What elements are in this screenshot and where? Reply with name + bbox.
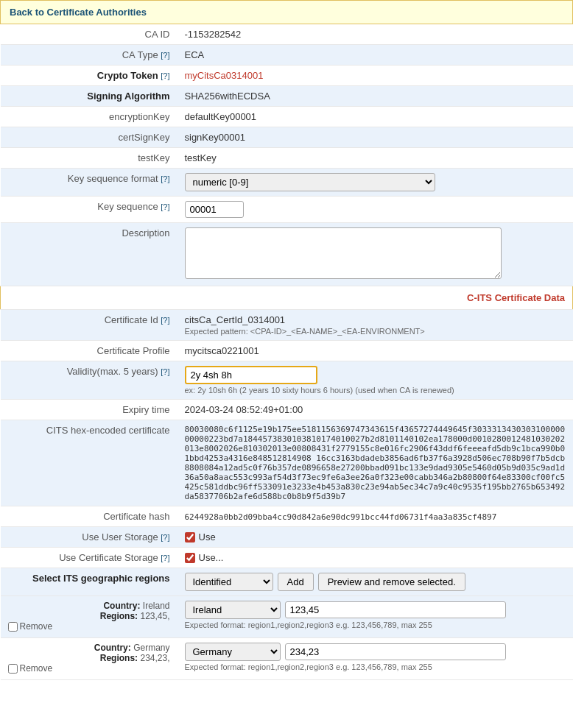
validity-label: Validity(max. 5 years) [?] <box>1 361 177 400</box>
use-cert-storage-label: Use Certificate Storage [?] <box>1 548 177 568</box>
cert-id-text: citsCa_CertId_0314001 <box>185 314 566 325</box>
cert-profile-label: Certificate Profile <box>1 341 177 361</box>
key-seq-format-select[interactable]: numeric [0-9] alpha [a-z] alphanumeric <box>185 173 435 191</box>
key-seq-format-label: Key sequence format [?] <box>1 169 177 197</box>
ireland-label: Country: Ireland Regions: 123,45, Remove <box>1 596 177 638</box>
geo-dropdown[interactable]: Identified Rectangular Circular Polygona… <box>185 573 273 591</box>
cert-hash-text: 6244928a0bb2d09bba4cc90d842a6e90dc991bcc… <box>185 512 497 522</box>
germany-country-label: Country: Germany Regions: 234,23, Remove <box>8 643 170 674</box>
preview-geo-button[interactable]: Preview and remove selected. <box>318 573 465 591</box>
validity-input[interactable] <box>185 366 317 384</box>
description-label: Description <box>1 223 177 286</box>
key-seq-help[interactable]: [?] <box>161 202 169 211</box>
geo-regions-label: Select ITS geographic regions <box>1 568 177 596</box>
hex-cert-label: CITS hex-encoded certificate <box>1 420 177 506</box>
cert-hash-value: 6244928a0bb2d09bba4cc90d842a6e90dc991bcc… <box>177 506 573 527</box>
cert-id-hint: Expected pattern: <CPA-ID>_<EA-NAME>_<EA… <box>185 327 566 336</box>
use-cert-storage-row: Use Certificate Storage [?] Use... <box>1 548 573 568</box>
use-cert-storage-text: Use... <box>199 552 224 563</box>
back-to-ca-link[interactable]: Back to Certificate Authorities <box>10 7 147 18</box>
key-seq-label: Key sequence [?] <box>1 197 177 223</box>
germany-country-select[interactable]: Ireland Germany France <box>185 643 281 661</box>
ireland-region-input[interactable] <box>285 601 506 618</box>
validity-hint: ex: 2y 10sh 6h (2 years 10 sixty hours 6… <box>185 386 566 395</box>
key-seq-row: Key sequence [?] <box>1 197 573 223</box>
key-seq-format-help[interactable]: [?] <box>161 174 169 183</box>
use-cert-storage-checkbox[interactable] <box>185 553 195 563</box>
crypto-token-value: myCitsCa0314001 <box>177 66 573 86</box>
crypto-token-link[interactable]: myCitsCa0314001 <box>185 70 264 81</box>
use-user-storage-value: Use <box>177 527 573 548</box>
ca-type-row: CA Type [?] ECA <box>1 45 573 66</box>
use-user-storage-help[interactable]: [?] <box>161 533 169 542</box>
add-geo-button[interactable]: Add <box>278 573 314 591</box>
use-user-storage-checkbox[interactable] <box>185 532 195 543</box>
cert-profile-value: mycitsca0221001 <box>177 341 573 361</box>
ireland-hint: Expected format: region1,region2,region3… <box>185 621 566 629</box>
ca-id-label: CA ID <box>1 24 177 45</box>
ireland-country-label: Country: Ireland Regions: 123,45, Remove <box>8 601 170 632</box>
signing-algorithm-label: Signing Algorithm <box>1 86 177 107</box>
germany-label: Country: Germany Regions: 234,23, Remove <box>1 638 177 680</box>
ireland-remove-label: Remove <box>20 621 53 632</box>
expiry-time-row: Expiry time 2024-03-24 08:52:49+01:00 <box>1 400 573 420</box>
crypto-token-help[interactable]: [?] <box>161 71 169 80</box>
use-cert-storage-checkbox-row: Use... <box>185 552 566 563</box>
ireland-country-select[interactable]: Ireland Germany France <box>185 601 281 619</box>
description-textarea[interactable] <box>185 227 502 279</box>
geo-controls: Identified Rectangular Circular Polygona… <box>185 573 566 591</box>
expiry-time-value: 2024-03-24 08:52:49+01:00 <box>177 400 573 420</box>
hex-cert-row: CITS hex-encoded certificate 80030080c6f… <box>1 420 573 506</box>
germany-value: Ireland Germany France Expected format: … <box>177 638 573 680</box>
encryption-key-row: encryptionKey defaultKey00001 <box>1 107 573 127</box>
cert-sign-key-value: signKey00001 <box>177 127 573 148</box>
crypto-token-label: Crypto Token [?] <box>1 66 177 86</box>
encryption-key-value: defaultKey00001 <box>177 107 573 127</box>
ireland-input-row: Ireland Germany France <box>185 601 566 619</box>
ireland-remove-checkbox[interactable] <box>8 622 18 632</box>
page-wrapper: Back to Certificate Authorities CA ID -1… <box>0 0 573 728</box>
germany-remove-checkbox[interactable] <box>8 664 18 674</box>
test-key-label: testKey <box>1 148 177 169</box>
ca-type-label: CA Type [?] <box>1 45 177 66</box>
key-seq-format-row: Key sequence format [?] numeric [0-9] al… <box>1 169 573 197</box>
use-user-storage-row: Use User Storage [?] Use <box>1 527 573 548</box>
cert-id-label: Certificate Id [?] <box>1 310 177 341</box>
cits-section-header: C-ITS Certificate Data <box>1 286 573 310</box>
geo-regions-controls: Identified Rectangular Circular Polygona… <box>177 568 573 596</box>
test-key-row: testKey testKey <box>1 148 573 169</box>
germany-hint: Expected format: region1,region2,region3… <box>185 662 566 671</box>
description-value <box>177 223 573 286</box>
use-user-storage-checkbox-row: Use <box>185 531 566 543</box>
key-seq-format-value: numeric [0-9] alpha [a-z] alphanumeric <box>177 169 573 197</box>
cert-hash-label: Certificate hash <box>1 506 177 527</box>
germany-remove-check: Remove <box>8 663 170 674</box>
cert-profile-row: Certificate Profile mycitsca0221001 <box>1 341 573 361</box>
validity-value: ex: 2y 10sh 6h (2 years 10 sixty hours 6… <box>177 361 573 400</box>
validity-help[interactable]: [?] <box>161 367 169 376</box>
ca-type-help[interactable]: [?] <box>161 51 169 60</box>
cits-section-title: C-ITS Certificate Data <box>1 286 573 310</box>
germany-region-input[interactable] <box>285 643 506 660</box>
hex-cert-value: 80030080c6f1125e19b175ee5181156369747343… <box>177 420 573 506</box>
header-bar: Back to Certificate Authorities <box>0 0 573 24</box>
description-row: Description <box>1 223 573 286</box>
cert-id-row: Certificate Id [?] citsCa_CertId_0314001… <box>1 310 573 341</box>
encryption-key-label: encryptionKey <box>1 107 177 127</box>
ca-id-value: -1153282542 <box>177 24 573 45</box>
test-key-value: testKey <box>177 148 573 169</box>
cert-hash-row: Certificate hash 6244928a0bb2d09bba4cc90… <box>1 506 573 527</box>
cert-id-help[interactable]: [?] <box>161 316 169 325</box>
key-seq-value <box>177 197 573 223</box>
geo-regions-row: Select ITS geographic regions Identified… <box>1 568 573 596</box>
validity-row: Validity(max. 5 years) [?] ex: 2y 10sh 6… <box>1 361 573 400</box>
ca-id-row: CA ID -1153282542 <box>1 24 573 45</box>
signing-algorithm-row: Signing Algorithm SHA256withECDSA <box>1 86 573 107</box>
use-cert-storage-help[interactable]: [?] <box>161 554 169 562</box>
germany-input-row: Ireland Germany France <box>185 643 566 661</box>
key-seq-input[interactable] <box>185 201 244 218</box>
use-cert-storage-value: Use... <box>177 548 573 568</box>
ireland-value: Ireland Germany France Expected format: … <box>177 596 573 638</box>
hex-cert-text: 80030080c6f1125e19b175ee5181156369747343… <box>185 425 566 501</box>
ca-type-value: ECA <box>177 45 573 66</box>
